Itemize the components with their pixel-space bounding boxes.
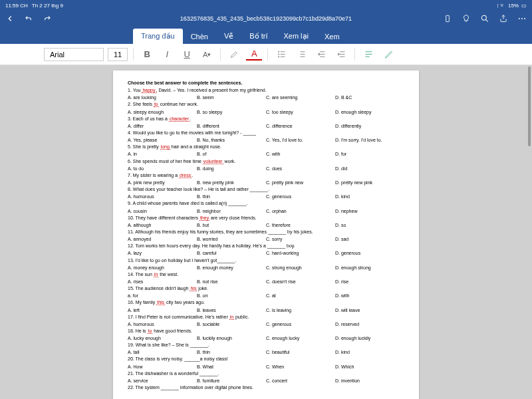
wifi-icon: ⋮ ᯤ xyxy=(496,3,505,9)
svg-rect-0 xyxy=(446,15,450,21)
svg-point-1 xyxy=(481,15,486,20)
status-date: Th 2 27 thg 9 xyxy=(32,3,63,9)
font-selector[interactable]: Arial xyxy=(44,48,104,61)
underline-button[interactable]: U xyxy=(179,47,195,63)
tab-draw[interactable]: Vẽ xyxy=(216,29,241,44)
tab-view[interactable]: Xem xyxy=(317,29,348,44)
scrollbar[interactable] xyxy=(528,66,531,146)
doc-heading: Choose the best answer to complete the s… xyxy=(128,80,242,85)
indent-button[interactable] xyxy=(333,47,349,63)
highlight-button[interactable] xyxy=(226,47,242,63)
strike-button[interactable]: A▾ xyxy=(199,47,215,63)
tab-layout[interactable]: Bố trí xyxy=(241,29,275,44)
ribbon-tabs: Trang đầu Chèn Vẽ Bố trí Xem lại Xem xyxy=(0,27,532,44)
title-bar: 1632576835_435_2435_becb538c1923099cb7c1… xyxy=(0,11,532,27)
share-icon[interactable] xyxy=(499,14,508,23)
italic-button[interactable]: I xyxy=(159,47,175,63)
bold-button[interactable]: B xyxy=(139,47,155,63)
outdent-button[interactable] xyxy=(313,47,329,63)
redo-icon[interactable] xyxy=(43,14,52,23)
font-size[interactable]: 11 xyxy=(108,48,128,61)
bullets-button[interactable] xyxy=(273,47,289,63)
numbering-button[interactable] xyxy=(293,47,309,63)
status-time: 11:59 CH xyxy=(5,3,28,9)
lightbulb-icon[interactable] xyxy=(462,14,471,23)
tab-insert[interactable]: Chèn xyxy=(183,29,216,44)
svg-point-7 xyxy=(278,57,279,57)
tab-home[interactable]: Trang đầu xyxy=(133,29,183,44)
font-color-button[interactable]: A xyxy=(246,49,262,61)
more-icon[interactable] xyxy=(517,14,527,23)
svg-point-6 xyxy=(278,54,279,55)
workspace[interactable]: Choose the best answer to complete the s… xyxy=(0,65,532,399)
svg-point-2 xyxy=(519,18,520,19)
mobile-icon[interactable] xyxy=(443,14,452,23)
undo-icon[interactable] xyxy=(24,14,33,23)
search-icon[interactable] xyxy=(480,14,489,23)
document-page[interactable]: Choose the best answer to complete the s… xyxy=(113,70,419,399)
svg-point-3 xyxy=(521,18,523,19)
tab-review[interactable]: Xem lại xyxy=(275,29,317,44)
battery-text: 15% xyxy=(508,3,519,9)
svg-point-4 xyxy=(524,18,525,19)
toolbar: Arial 11 B I U A▾ A xyxy=(0,44,532,65)
svg-point-5 xyxy=(278,51,279,52)
battery-icon: ▭ xyxy=(521,3,527,9)
format-button[interactable] xyxy=(380,47,396,63)
document-title: 1632576835_435_2435_becb538c1923099cb7c1… xyxy=(180,15,352,22)
back-icon[interactable] xyxy=(5,14,15,23)
styles-button[interactable] xyxy=(360,47,376,63)
status-bar: 11:59 CH Th 2 27 thg 9 ⋮ ᯤ 15% ▭ xyxy=(0,0,532,11)
